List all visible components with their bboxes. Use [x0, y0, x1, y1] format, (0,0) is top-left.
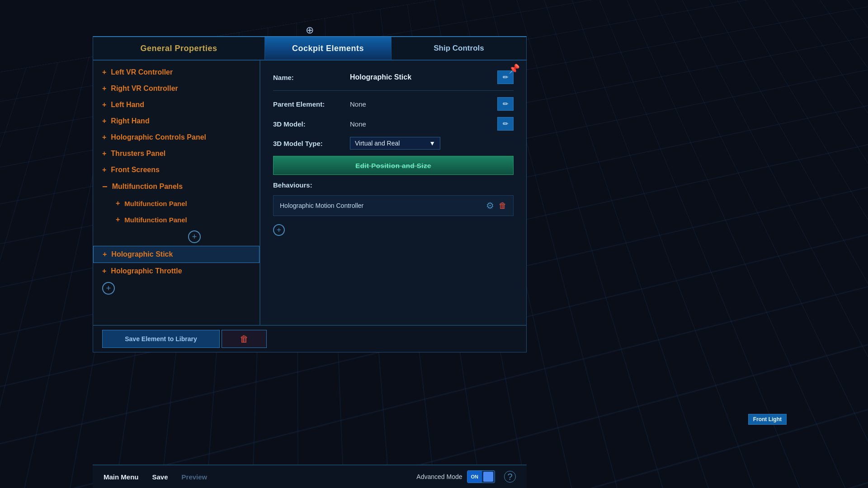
sidebar-label: Thrusters Panel	[111, 150, 165, 158]
edit-position-button[interactable]: Edit Position and Size	[273, 156, 514, 175]
behaviour-name: Holographic Motion Controller	[280, 202, 481, 209]
sidebar-label: Left VR Controller	[111, 68, 173, 76]
parent-edit-button[interactable]: ✏	[497, 97, 514, 111]
sidebar-label: Front Screens	[111, 166, 160, 174]
expand-icon: +	[102, 84, 106, 93]
sidebar-sub-group: + Multifunction Panel + Multifunction Pa…	[93, 195, 259, 246]
delete-element-button[interactable]: 🗑	[222, 330, 267, 348]
model-value: None	[345, 120, 494, 128]
sidebar-item-multifunction-panel-2[interactable]: + Multifunction Panel	[111, 211, 259, 228]
model-edit-button[interactable]: ✏	[497, 117, 514, 131]
sidebar-label: Right VR Controller	[111, 84, 178, 93]
divider-1	[273, 90, 514, 91]
model-type-value: Virtual and Real	[355, 140, 400, 147]
sidebar-item-holographic-stick[interactable]: + Holographic Stick	[93, 246, 259, 263]
add-sub-item-row: +	[111, 228, 259, 246]
model-field-row: 3D Model: None ✏	[273, 117, 514, 131]
preview-button[interactable]: Preview	[182, 473, 208, 481]
sidebar-label: Multifunction Panel	[124, 216, 187, 224]
sidebar-label: Holographic Controls Panel	[111, 133, 206, 141]
advanced-mode-group: Advanced Mode ON ?	[416, 470, 516, 483]
expand-icon: +	[116, 199, 120, 207]
sidebar-item-left-hand[interactable]: + Left Hand	[93, 97, 259, 113]
content-area: Name: Holographic Stick ✏ Parent Element…	[260, 61, 526, 325]
parent-element-row: Parent Element: None ✏	[273, 97, 514, 111]
sidebar-label: Multifunction Panels	[112, 183, 183, 191]
sidebar-item-holographic-controls-panel[interactable]: + Holographic Controls Panel	[93, 129, 259, 145]
sidebar-item-multifunction-panels[interactable]: − Multifunction Panels	[93, 178, 259, 195]
add-root-item-row: +	[93, 279, 259, 297]
add-behaviour-row: +	[273, 222, 514, 238]
expand-icon: +	[102, 150, 106, 158]
move-cursor-icon: ⊕	[306, 24, 314, 36]
model-type-dropdown[interactable]: Virtual and Real ▼	[350, 137, 440, 150]
sidebar-item-front-screens[interactable]: + Front Screens	[93, 162, 259, 178]
panel-body: + Left VR Controller + Right VR Controll…	[93, 61, 526, 325]
model-label: 3D Model:	[273, 120, 345, 128]
collapse-icon: −	[102, 182, 108, 191]
sidebar-label: Right Hand	[111, 117, 149, 125]
sidebar-label: Left Hand	[111, 101, 144, 109]
tab-cockpit-elements[interactable]: Cockpit Elements	[265, 37, 392, 60]
expand-icon: +	[103, 250, 107, 258]
expand-icon: +	[116, 216, 120, 224]
add-root-item-button[interactable]: +	[102, 282, 115, 295]
parent-label: Parent Element:	[273, 100, 345, 108]
dropdown-arrow-icon: ▼	[429, 140, 435, 147]
advanced-mode-label: Advanced Mode	[416, 473, 462, 480]
bottom-bar: Save Element to Library 🗑	[93, 325, 526, 352]
sidebar-item-left-vr-controller[interactable]: + Left VR Controller	[93, 64, 259, 80]
sidebar-item-right-hand[interactable]: + Right Hand	[93, 113, 259, 129]
sidebar-label: Holographic Stick	[111, 250, 173, 258]
sidebar: + Left VR Controller + Right VR Controll…	[93, 61, 260, 325]
advanced-mode-toggle[interactable]: ON	[467, 470, 495, 483]
front-light-label[interactable]: Front Light	[748, 414, 787, 425]
sidebar-item-holographic-throttle[interactable]: + Holographic Throttle	[93, 263, 259, 279]
tab-header: General Properties Cockpit Elements Ship…	[93, 37, 526, 61]
add-behaviour-button[interactable]: +	[273, 224, 285, 236]
expand-icon: +	[102, 117, 106, 125]
expand-icon: +	[102, 133, 106, 141]
save-button[interactable]: Save	[152, 473, 168, 481]
tab-ship-controls[interactable]: Ship Controls	[392, 37, 526, 60]
model-type-row: 3D Model Type: Virtual and Real ▼	[273, 137, 514, 150]
name-label: Name:	[273, 74, 345, 81]
toggle-on-label: ON	[467, 471, 482, 483]
footer-nav: Main Menu Save Preview Advanced Mode ON …	[93, 465, 527, 488]
pin-icon[interactable]: 📌	[509, 63, 520, 74]
model-type-label: 3D Model Type:	[273, 140, 345, 147]
behaviours-label: Behaviours:	[273, 181, 514, 189]
sidebar-item-multifunction-panel-1[interactable]: + Multifunction Panel	[111, 195, 259, 211]
sidebar-label: Holographic Throttle	[111, 267, 182, 275]
sidebar-item-thrusters-panel[interactable]: + Thrusters Panel	[93, 145, 259, 162]
behaviour-settings-icon[interactable]: ⚙	[486, 200, 494, 211]
name-field-row: Name: Holographic Stick ✏	[273, 70, 514, 84]
behaviour-delete-icon[interactable]: 🗑	[499, 201, 507, 211]
expand-icon: +	[102, 166, 106, 174]
expand-icon: +	[102, 101, 106, 109]
help-icon[interactable]: ?	[504, 471, 516, 483]
name-value: Holographic Stick	[345, 73, 494, 81]
expand-icon: +	[102, 267, 106, 275]
parent-value: None	[345, 100, 494, 108]
behaviour-row: Holographic Motion Controller ⚙ 🗑	[273, 195, 514, 216]
save-to-library-button[interactable]: Save Element to Library	[102, 330, 220, 348]
expand-icon: +	[102, 68, 106, 76]
sidebar-label: Multifunction Panel	[124, 200, 187, 207]
tab-general-properties[interactable]: General Properties	[93, 37, 265, 60]
add-sub-item-button[interactable]: +	[188, 230, 201, 243]
sidebar-item-right-vr-controller[interactable]: + Right VR Controller	[93, 80, 259, 97]
toggle-thumb	[483, 472, 493, 482]
main-menu-button[interactable]: Main Menu	[104, 473, 139, 481]
main-panel: ⊕ General Properties Cockpit Elements Sh…	[93, 36, 527, 352]
